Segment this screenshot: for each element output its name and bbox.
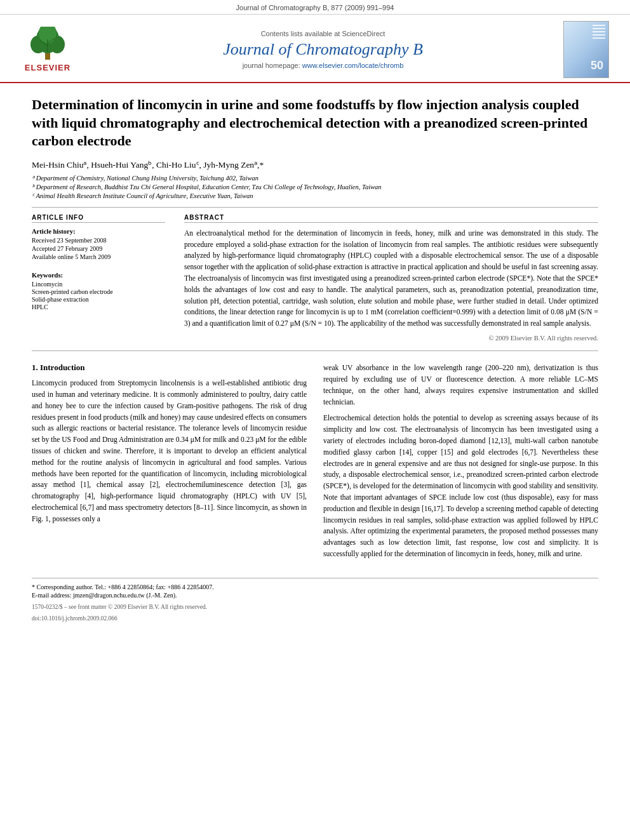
footnote-area: * Corresponding author. Tel.: +886 4 228…	[32, 578, 598, 622]
authors-line: Mei-Hsin Chiuᵃ, Hsueh-Hui Yangᵇ, Chi-Ho …	[32, 159, 598, 170]
available-date: Available online 5 March 2009	[32, 253, 165, 260]
intro-num: 1.	[32, 363, 38, 372]
doi-text: doi:10.1016/j.jchromb.2009.02.066	[32, 615, 117, 622]
right-para1: weak UV absorbance in the low wavelength…	[323, 363, 598, 408]
divider-top	[32, 207, 598, 208]
article-title: Determination of lincomycin in urine and…	[32, 96, 598, 150]
intro-para1: Lincomycin produced from Streptomycin li…	[32, 378, 307, 525]
intro-title: Introduction	[40, 363, 85, 372]
elsevier-label: ELSEVIER	[25, 63, 70, 72]
doi-line: doi:10.1016/j.jchromb.2009.02.066	[32, 615, 598, 622]
article-body: Determination of lincomycin in urine and…	[0, 83, 630, 634]
main-content: 1. Introduction Lincomycin produced from…	[32, 363, 598, 565]
abstract-text: An electroanalytical method for the dete…	[184, 228, 598, 330]
homepage-url[interactable]: www.elsevier.com/locate/chromb	[302, 62, 404, 69]
affiliation-a: ᵃ Department of Chemistry, National Chun…	[32, 174, 598, 182]
authors: Mei-Hsin Chiuᵃ, Hsueh-Hui Yangᵇ, Chi-Ho …	[32, 160, 264, 170]
keyword-4: HPLC	[32, 303, 165, 310]
journal-header: ELSEVIER Contents lists available at Sci…	[0, 15, 630, 83]
abstract-heading: ABSTRACT	[184, 214, 598, 223]
received-date: Received 23 September 2008	[32, 237, 165, 244]
sciencedirect-line: Contents lists available at ScienceDirec…	[83, 30, 563, 37]
right-para2: Electrochemical detection holds the pote…	[323, 413, 598, 560]
journal-title: Journal of Chromatography B	[83, 40, 563, 59]
homepage-label: journal homepage:	[243, 62, 300, 69]
journal-ref: Journal of Chromatography B, 877 (2009) …	[236, 4, 394, 11]
accepted-date: Accepted 27 February 2009	[32, 245, 165, 252]
cover-image: 50	[563, 21, 609, 78]
footnote-corresponding: * Corresponding author. Tel.: +886 4 228…	[32, 583, 598, 590]
keywords-label: Keywords:	[32, 272, 165, 279]
footnote-email: E-mail address: jmzen@dragon.nchu.edu.tw…	[32, 592, 598, 599]
article-info-col: ARTICLE INFO Article history: Received 2…	[32, 214, 165, 342]
intro-col: 1. Introduction Lincomycin produced from…	[32, 363, 307, 565]
elsevier-logo: ELSEVIER	[13, 27, 83, 72]
keywords-list: Lincomycin Screen-printed carbon electro…	[32, 281, 165, 310]
divider-mid	[32, 350, 598, 351]
keyword-2: Screen-printed carbon electrode	[32, 288, 165, 295]
issn-text: 1570-0232/$ – see front matter © 2009 El…	[32, 604, 207, 610]
intro-heading: 1. Introduction	[32, 363, 307, 373]
keyword-3: Solid-phase extraction	[32, 296, 165, 303]
abstract-col: ABSTRACT An electroanalytical method for…	[184, 214, 598, 342]
affiliation-b: ᵇ Department of Research, Buddhist Tzu C…	[32, 183, 598, 190]
intro-para1-text: Lincomycin produced from Streptomycin li…	[32, 379, 307, 523]
page: Journal of Chromatography B, 877 (2009) …	[0, 0, 630, 840]
affiliation-c: ᶜ Animal Health Research Institute Counc…	[32, 192, 598, 199]
sciencedirect-text: Contents lists available at ScienceDirec…	[261, 30, 385, 37]
journal-cover: 50	[563, 21, 611, 78]
issn-line: 1570-0232/$ – see front matter © 2009 El…	[32, 604, 598, 610]
copyright-line: © 2009 Elsevier B.V. All rights reserved…	[184, 335, 598, 342]
info-abstract-section: ARTICLE INFO Article history: Received 2…	[32, 214, 598, 342]
cover-lines	[593, 25, 605, 39]
right-text-col: weak UV absorbance in the low wavelength…	[323, 363, 598, 565]
affiliations: ᵃ Department of Chemistry, National Chun…	[32, 174, 598, 199]
article-info-heading: ARTICLE INFO	[32, 214, 165, 223]
top-banner: Journal of Chromatography B, 877 (2009) …	[0, 0, 630, 15]
history-label: Article history:	[32, 228, 165, 235]
journal-center: Contents lists available at ScienceDirec…	[83, 30, 563, 69]
keyword-1: Lincomycin	[32, 281, 165, 288]
elsevier-tree-icon	[22, 27, 73, 62]
homepage-line: journal homepage: www.elsevier.com/locat…	[83, 62, 563, 69]
